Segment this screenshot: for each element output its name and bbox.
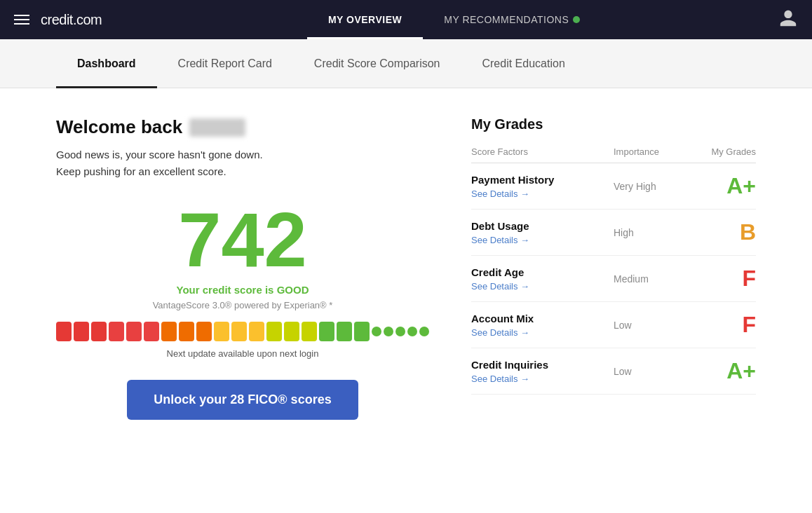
score-bar-segment bbox=[74, 322, 89, 341]
grade-factor-name: Debt Usage bbox=[471, 220, 614, 232]
grade-factor-name: Credit Inquiries bbox=[471, 359, 614, 371]
score-bar-segment bbox=[231, 322, 247, 341]
tab-credit-score-comparison[interactable]: Credit Score Comparison bbox=[293, 39, 461, 88]
grade-row: Account Mix See Details → Low F bbox=[471, 302, 756, 348]
grade-importance: High bbox=[614, 227, 685, 238]
score-bar-segment bbox=[284, 322, 299, 341]
main-nav: MY OVERVIEW MY RECOMMENDATIONS bbox=[130, 0, 778, 39]
grade-importance: Medium bbox=[614, 273, 685, 285]
user-profile-icon[interactable] bbox=[778, 8, 798, 31]
hamburger-menu[interactable] bbox=[14, 15, 29, 25]
score-bar-segment bbox=[319, 322, 334, 341]
grades-table: Score Factors Importance My Grades Payme… bbox=[471, 142, 756, 395]
sub-navigation: Dashboard Credit Report Card Credit Scor… bbox=[0, 39, 812, 88]
score-bar-segment bbox=[126, 322, 142, 341]
grade-factor-name: Payment History bbox=[471, 174, 614, 186]
grade-value: A+ bbox=[685, 358, 757, 384]
grades-title: My Grades bbox=[471, 116, 756, 132]
score-bar-segment bbox=[395, 327, 405, 336]
grade-see-details-link[interactable]: See Details → bbox=[471, 327, 614, 338]
grade-importance: Very High bbox=[614, 181, 685, 192]
score-bar-segment bbox=[354, 322, 370, 341]
grade-row: Credit Age See Details → Medium F bbox=[471, 256, 756, 302]
left-panel: Welcome back Good news is, your score ha… bbox=[56, 116, 429, 481]
grades-table-header: Score Factors Importance My Grades bbox=[471, 142, 756, 163]
grade-importance: Low bbox=[614, 366, 685, 377]
score-bar-segment bbox=[249, 322, 264, 341]
grade-see-details-link[interactable]: See Details → bbox=[471, 235, 614, 245]
grade-value: F bbox=[685, 312, 757, 338]
score-rating: GOOD bbox=[277, 284, 309, 296]
credit-score-value: 742 bbox=[56, 201, 429, 278]
col-score-factor: Score Factors bbox=[471, 146, 614, 157]
score-bar-segment bbox=[179, 322, 194, 341]
score-bar-segment bbox=[384, 327, 393, 336]
top-navigation: credit.com MY OVERVIEW MY RECOMMENDATION… bbox=[0, 0, 812, 39]
grade-factor: Credit Inquiries See Details → bbox=[471, 359, 614, 384]
grade-factor-name: Account Mix bbox=[471, 313, 614, 324]
col-importance: Importance bbox=[614, 146, 685, 157]
grade-value: A+ bbox=[685, 173, 757, 199]
brand-name: credit bbox=[41, 12, 73, 27]
right-panel: My Grades Score Factors Importance My Gr… bbox=[471, 116, 756, 481]
tab-dashboard[interactable]: Dashboard bbox=[56, 39, 157, 88]
score-bar-segment bbox=[144, 322, 159, 341]
nav-my-overview[interactable]: MY OVERVIEW bbox=[307, 0, 423, 39]
notification-badge bbox=[573, 16, 580, 23]
score-bar-segment bbox=[214, 322, 229, 341]
grade-factor: Debt Usage See Details → bbox=[471, 220, 614, 245]
tab-credit-education[interactable]: Credit Education bbox=[461, 39, 586, 88]
score-bar-segment bbox=[196, 322, 212, 341]
welcome-subtitle: Good news is, your score hasn't gone dow… bbox=[56, 146, 429, 180]
user-name-blurred bbox=[189, 118, 245, 137]
unlock-fico-button[interactable]: Unlock your 28 FICO® scores bbox=[127, 380, 358, 420]
grade-see-details-link[interactable]: See Details → bbox=[471, 189, 614, 199]
grade-row: Credit Inquiries See Details → Low A+ bbox=[471, 348, 756, 395]
score-bar-segment bbox=[56, 322, 72, 341]
tab-credit-report-card[interactable]: Credit Report Card bbox=[157, 39, 293, 88]
welcome-heading: Welcome back bbox=[56, 116, 429, 138]
main-content: Welcome back Good news is, your score ha… bbox=[0, 88, 812, 509]
score-bar-segment bbox=[419, 327, 429, 336]
score-bar bbox=[56, 322, 429, 341]
nav-my-recommendations[interactable]: MY RECOMMENDATIONS bbox=[423, 0, 601, 39]
grade-importance: Low bbox=[614, 320, 685, 331]
score-bar-segment bbox=[372, 327, 381, 336]
score-bar-segment bbox=[161, 322, 177, 341]
grade-factor: Credit Age See Details → bbox=[471, 266, 614, 292]
vantage-label: VantageScore 3.0® powered by Experian® * bbox=[56, 300, 429, 310]
score-bar-segment bbox=[266, 322, 282, 341]
score-bar-segment bbox=[407, 327, 417, 336]
grade-row: Payment History See Details → Very High … bbox=[471, 163, 756, 210]
grade-row: Debt Usage See Details → High B bbox=[471, 210, 756, 256]
col-my-grades: My Grades bbox=[685, 146, 757, 157]
grade-factor: Account Mix See Details → bbox=[471, 313, 614, 338]
score-bar-segment bbox=[337, 322, 352, 341]
brand-logo[interactable]: credit.com bbox=[41, 12, 102, 28]
score-label: Your credit score is GOOD bbox=[56, 284, 429, 296]
grade-factor-name: Credit Age bbox=[471, 266, 614, 278]
score-bar-segment bbox=[91, 322, 107, 341]
grade-value: B bbox=[685, 219, 757, 245]
score-bar-segment bbox=[302, 322, 317, 341]
grades-rows: Payment History See Details → Very High … bbox=[471, 163, 756, 395]
grade-see-details-link[interactable]: See Details → bbox=[471, 374, 614, 384]
grade-factor: Payment History See Details → bbox=[471, 174, 614, 199]
grade-see-details-link[interactable]: See Details → bbox=[471, 281, 614, 292]
grade-value: F bbox=[685, 266, 757, 292]
brand-tld: .com bbox=[73, 12, 102, 27]
score-bar-segment bbox=[109, 322, 124, 341]
next-update-label: Next update available upon next login bbox=[56, 348, 429, 359]
